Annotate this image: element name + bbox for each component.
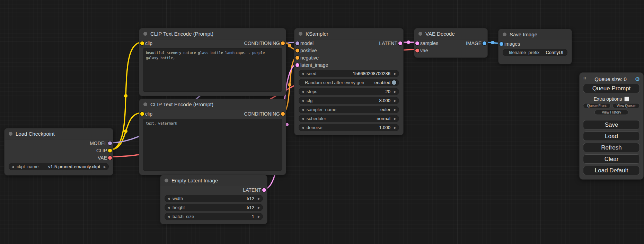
decrement-arrow-icon[interactable]: ◀ — [301, 126, 306, 129]
latent-output-dot[interactable] — [262, 188, 266, 192]
decrement-arrow-icon[interactable]: ◀ — [301, 108, 306, 111]
negative-input-dot[interactable] — [295, 56, 299, 60]
node-title-bar[interactable]: KSampler — [294, 28, 403, 39]
width-widget[interactable]: ◀ width 512 ▶ — [165, 195, 263, 202]
increment-arrow-icon[interactable]: ▶ — [256, 206, 260, 209]
queue-prompt-button[interactable]: Queue Prompt — [583, 84, 640, 93]
collapse-dot-icon[interactable] — [418, 32, 422, 36]
collapse-dot-icon[interactable] — [143, 32, 147, 36]
node-save-image[interactable]: Save Image images filename_prefix ComfyU… — [498, 29, 572, 64]
decrement-arrow-icon[interactable]: ◀ — [301, 90, 306, 93]
model-input-dot[interactable] — [295, 41, 299, 45]
clip-output-dot[interactable] — [108, 148, 112, 152]
slot-label-vae: vae — [420, 48, 428, 53]
slot-label-conditioning: CONDITIONING — [244, 40, 280, 46]
node-title-bar[interactable]: Load Checkpoint — [5, 128, 113, 139]
node-load-checkpoint[interactable]: Load Checkpoint MODEL CLIP VAE ◀ ckpt_na… — [4, 128, 113, 175]
node-title: CLIP Text Encode (Prompt) — [150, 31, 213, 37]
increment-arrow-icon[interactable]: ▶ — [392, 99, 396, 102]
batch-size-widget[interactable]: ◀ batch_size 1 ▶ — [165, 213, 263, 220]
view-queue-button[interactable]: View Queue — [612, 103, 640, 108]
slot-label-conditioning: CONDITIONING — [244, 111, 280, 117]
sampler-name-widget[interactable]: ◀ sampler_name euler ▶ — [299, 106, 399, 113]
node-clip-text-encode-negative[interactable]: CLIP Text Encode (Prompt) clip CONDITION… — [139, 99, 286, 175]
increment-arrow-icon[interactable]: ▶ — [102, 165, 106, 169]
node-title-bar[interactable]: Save Image — [499, 29, 572, 40]
node-ksampler[interactable]: KSampler model LATENT positive negative … — [294, 28, 404, 135]
link-midpoint-dot — [407, 40, 410, 44]
images-input-dot[interactable] — [500, 42, 503, 46]
vae-input-dot[interactable] — [415, 48, 419, 52]
random-seed-toggle-knob[interactable] — [392, 80, 396, 85]
widget-label: seed — [307, 71, 316, 76]
increment-arrow-icon[interactable]: ▶ — [392, 108, 396, 111]
conditioning-output-dot[interactable] — [281, 112, 285, 116]
view-history-button[interactable]: View History — [594, 110, 628, 115]
samples-input-dot[interactable] — [415, 41, 419, 45]
positive-input-dot[interactable] — [295, 48, 299, 52]
filename-prefix-widget[interactable]: filename_prefix ComfyUI — [503, 49, 567, 56]
node-clip-text-encode-positive[interactable]: CLIP Text Encode (Prompt) clip CONDITION… — [139, 28, 286, 96]
widget-label: steps — [307, 89, 317, 94]
widget-value: 1.000 — [379, 125, 390, 130]
ckpt-name-widget[interactable]: ◀ ckpt_name v1-5-pruned-emaonly.ckpt ▶ — [9, 163, 109, 170]
increment-arrow-icon[interactable]: ▶ — [256, 197, 260, 200]
node-title-bar[interactable]: CLIP Text Encode (Prompt) — [139, 99, 286, 110]
clip-input-dot[interactable] — [140, 112, 144, 116]
load-button[interactable]: Load — [583, 132, 640, 141]
node-title-bar[interactable]: CLIP Text Encode (Prompt) — [139, 28, 286, 39]
save-button[interactable]: Save — [583, 120, 640, 129]
model-output-dot[interactable] — [108, 141, 112, 145]
node-title-bar[interactable]: VAE Decode — [414, 28, 487, 39]
queue-front-button[interactable]: Queue Front — [583, 103, 611, 108]
prompt-textarea[interactable]: beautiful scenery nature glass bottle la… — [143, 48, 282, 92]
node-empty-latent-image[interactable]: Empty Latent Image LATENT ◀ width 512 ▶ … — [160, 175, 267, 224]
decrement-arrow-icon[interactable]: ◀ — [167, 206, 172, 209]
steps-widget[interactable]: ◀ steps 20 ▶ — [299, 88, 399, 95]
denoise-widget[interactable]: ◀ denoise 1.000 ▶ — [299, 124, 399, 131]
decrement-arrow-icon[interactable]: ◀ — [301, 117, 306, 120]
random-seed-widget[interactable]: Random seed after every gen enabled — [299, 79, 399, 86]
seed-widget[interactable]: ◀ seed 156680208700286 ▶ — [299, 70, 399, 77]
node-graph-canvas[interactable]: Load Checkpoint MODEL CLIP VAE ◀ ckpt_na… — [0, 0, 644, 244]
widget-label: filename_prefix — [509, 50, 539, 55]
widget-value: 1 — [252, 214, 254, 219]
increment-arrow-icon[interactable]: ▶ — [392, 117, 396, 120]
drag-handle-icon[interactable]: ⠿ — [583, 76, 586, 82]
decrement-arrow-icon[interactable]: ◀ — [167, 197, 172, 200]
clear-button[interactable]: Clear — [583, 154, 640, 164]
vae-output-dot[interactable] — [108, 156, 112, 160]
image-output-dot[interactable] — [483, 41, 486, 45]
clip-input-dot[interactable] — [140, 41, 144, 45]
extra-options-checkbox[interactable] — [624, 97, 629, 101]
refresh-button[interactable]: Refresh — [583, 143, 640, 152]
decrement-arrow-icon[interactable]: ◀ — [11, 165, 16, 169]
cfg-widget[interactable]: ◀ cfg 8.000 ▶ — [299, 97, 399, 104]
scheduler-widget[interactable]: ◀ scheduler normal ▶ — [299, 115, 399, 122]
collapse-dot-icon[interactable] — [503, 33, 506, 36]
increment-arrow-icon[interactable]: ▶ — [392, 126, 396, 129]
prompt-textarea[interactable]: text, watermark — [143, 119, 282, 171]
collapse-dot-icon[interactable] — [165, 179, 168, 182]
increment-arrow-icon[interactable]: ▶ — [392, 90, 396, 93]
latent-output-dot[interactable] — [398, 41, 402, 45]
collapse-dot-icon[interactable] — [9, 132, 12, 136]
settings-gear-icon[interactable]: ⚙ — [635, 76, 640, 82]
decrement-arrow-icon[interactable]: ◀ — [301, 99, 306, 102]
height-widget[interactable]: ◀ height 512 ▶ — [165, 204, 263, 211]
latent-image-input-dot[interactable] — [295, 63, 299, 67]
collapse-dot-icon[interactable] — [143, 102, 147, 106]
collapse-dot-icon[interactable] — [299, 32, 302, 36]
conditioning-output-dot[interactable] — [281, 41, 285, 45]
widget-value: euler — [380, 107, 390, 112]
increment-arrow-icon[interactable]: ▶ — [256, 215, 260, 218]
link-midpoint-dot — [288, 83, 291, 87]
increment-arrow-icon[interactable]: ▶ — [392, 72, 396, 75]
node-title: Empty Latent Image — [171, 178, 218, 183]
decrement-arrow-icon[interactable]: ◀ — [167, 215, 172, 218]
node-vae-decode[interactable]: VAE Decode samples IMAGE vae — [414, 28, 488, 58]
decrement-arrow-icon[interactable]: ◀ — [301, 72, 306, 75]
widget-label: sampler_name — [307, 107, 336, 112]
node-title-bar[interactable]: Empty Latent Image — [160, 175, 267, 186]
load-default-button[interactable]: Load Default — [583, 166, 640, 175]
